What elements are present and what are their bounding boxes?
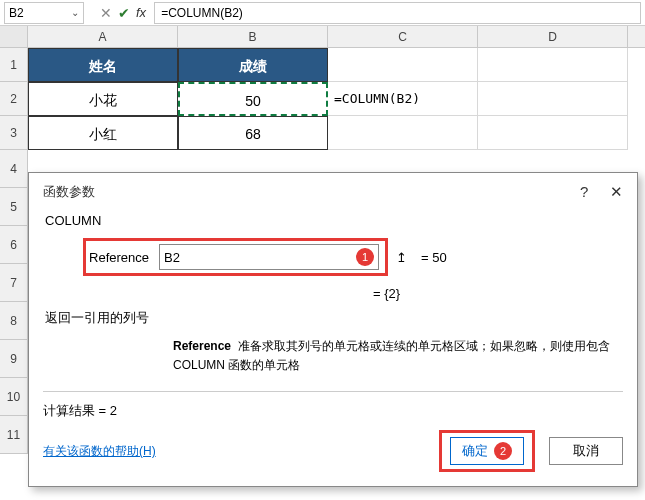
dialog-title: 函数参数 [43,183,95,201]
cell-A1[interactable]: 姓名 [28,48,178,82]
annotation-badge-1: 1 [356,248,374,266]
row-header-2[interactable]: 2 [0,82,28,116]
formula-bar[interactable]: =COLUMN(B2) [154,2,641,24]
row-header-5[interactable]: 5 [0,188,28,226]
annotation-box-2: 确定 2 [439,430,535,472]
accept-formula-icon[interactable]: ✔ [118,5,130,21]
col-header-B[interactable]: B [178,26,328,47]
ok-button[interactable]: 确定 2 [450,437,524,465]
cell-C3[interactable] [328,116,478,150]
col-header-C[interactable]: C [328,26,478,47]
ok-button-label: 确定 [462,442,488,460]
col-header-D[interactable]: D [478,26,628,47]
param-desc-text: 准备求取其列号的单元格或连续的单元格区域；如果忽略，则使用包含 COLUMN 函… [173,339,610,372]
col-header-A[interactable]: A [28,26,178,47]
cell-B3[interactable]: 68 [178,116,328,150]
reference-input[interactable] [164,250,350,265]
chevron-down-icon[interactable]: ⌄ [71,7,79,18]
row-header-8[interactable]: 8 [0,302,28,340]
cell-B1[interactable]: 成绩 [178,48,328,82]
help-icon[interactable]: ? [580,183,588,200]
cancel-button-label: 取消 [573,442,599,460]
cell-D3[interactable] [478,116,628,150]
array-eval: = {2} [373,286,623,301]
cell-D1[interactable] [478,48,628,82]
cell-B2[interactable]: 50 [178,82,328,116]
annotation-badge-2: 2 [494,442,512,460]
cell-D2[interactable] [478,82,628,116]
arg-input-wrap: 1 [159,244,379,270]
row-header-3[interactable]: 3 [0,116,28,150]
row-header-11[interactable]: 11 [0,416,28,454]
function-description: 返回一引用的列号 [45,309,623,327]
param-desc-label: Reference [173,339,231,353]
name-box[interactable]: B2 ⌄ [4,2,84,24]
calc-result: 计算结果 = 2 [43,402,623,420]
row-header-10[interactable]: 10 [0,378,28,416]
range-select-icon[interactable]: ↥ [396,250,407,265]
cancel-button[interactable]: 取消 [549,437,623,465]
divider [43,391,623,392]
param-description: Reference 准备求取其列号的单元格或连续的单元格区域；如果忽略，则使用包… [173,337,613,375]
arg-eval: = 50 [421,250,447,265]
select-all-corner[interactable] [0,26,28,47]
row-header-9[interactable]: 9 [0,340,28,378]
cell-C1[interactable] [328,48,478,82]
row-header-7[interactable]: 7 [0,264,28,302]
formula-bar-text: =COLUMN(B2) [161,6,243,20]
arg-label: Reference [89,250,159,265]
annotation-box-1: Reference 1 [83,238,388,276]
help-link[interactable]: 有关该函数的帮助(H) [43,443,156,460]
cell-A3[interactable]: 小红 [28,116,178,150]
name-box-value: B2 [9,6,24,20]
function-arguments-dialog: 函数参数 ? ✕ COLUMN Reference 1 ↥ = 50 = {2}… [28,172,638,487]
cell-A2[interactable]: 小花 [28,82,178,116]
close-icon[interactable]: ✕ [610,183,623,200]
function-name: COLUMN [45,213,623,228]
row-header-6[interactable]: 6 [0,226,28,264]
fx-icon[interactable]: fx [136,5,146,20]
row-header-4[interactable]: 4 [0,150,28,188]
cancel-formula-icon[interactable]: ✕ [100,5,112,21]
cell-C2[interactable]: =COLUMN(B2) [328,82,478,116]
row-header-1[interactable]: 1 [0,48,28,82]
